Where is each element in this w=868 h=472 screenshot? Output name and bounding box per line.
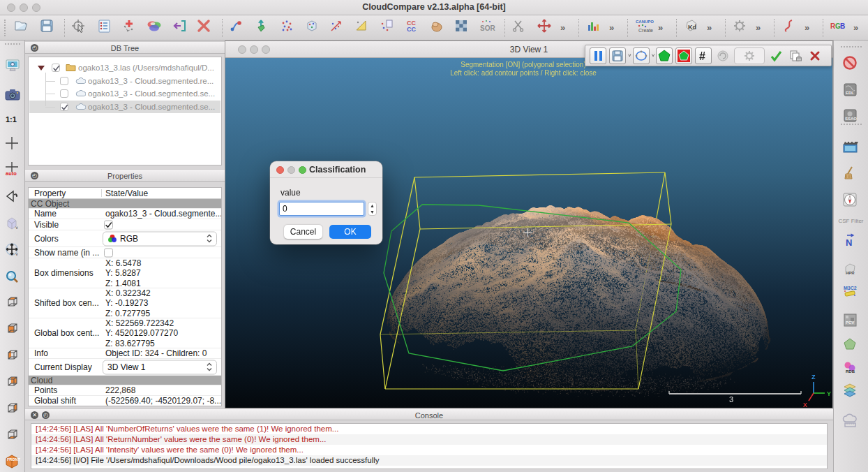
screenshot-camera-button[interactable] — [0, 82, 24, 106]
confirm-segmentation-button[interactable] — [768, 47, 784, 64]
segment-out-button[interactable] — [675, 47, 692, 64]
view-iso-front-button[interactable]: FRONT — [0, 450, 24, 472]
tree-item-checkbox[interactable] — [60, 77, 68, 85]
value-spinner[interactable]: ▲▼ — [368, 202, 377, 216]
zoom-1-1-button[interactable]: 1:1 — [0, 108, 24, 131]
m3c2-button[interactable]: M3C2 — [834, 281, 868, 304]
toolbar-more-chevron[interactable]: » — [608, 17, 624, 39]
canupo-create-button[interactable]: CANUPOCreate — [631, 17, 657, 39]
animation-button[interactable] — [834, 136, 868, 158]
view-left-button[interactable] — [0, 344, 24, 367]
save-segmentation-button[interactable] — [609, 47, 626, 64]
scissors-segment-button[interactable] — [509, 17, 534, 39]
cancel-button[interactable]: Cancel — [284, 225, 322, 239]
save-button[interactable] — [36, 17, 61, 39]
translate-rotate-button[interactable] — [534, 17, 559, 39]
value-input[interactable]: 0 — [279, 202, 364, 216]
pause-segmentation-button[interactable] — [590, 47, 606, 64]
mesh-sampling-button[interactable] — [301, 17, 327, 39]
render-to-file-button[interactable] — [0, 53, 24, 77]
rgb-filter-button[interactable]: RGB — [827, 17, 852, 39]
plugins-gear-button[interactable] — [729, 17, 754, 39]
dropdown-arrow-icon[interactable]: ˅ — [628, 52, 631, 59]
tree-item-checkbox[interactable] — [52, 64, 60, 72]
properties-list-button[interactable] — [93, 17, 119, 39]
toolbar-more-chevron[interactable]: » — [559, 17, 575, 39]
tree-item-checkbox[interactable] — [60, 103, 68, 111]
tree-item[interactable]: ogako13_3 - Cloud.segmented.se... — [29, 87, 220, 100]
facets-button[interactable] — [834, 334, 868, 356]
gravity-center-button[interactable] — [226, 17, 251, 39]
classification-dialog: Classification value 0 ▲▼ Cancel OK — [270, 161, 382, 244]
toolbar-more-chevron[interactable]: » — [852, 17, 868, 39]
cancel-segmentation-button[interactable] — [807, 47, 823, 64]
spline-tool-button[interactable] — [778, 17, 803, 39]
current-display-dropdown[interactable]: 3D View 1 — [103, 360, 217, 374]
interpolate-button[interactable] — [376, 17, 401, 39]
tree-item[interactable]: ogako13_3 - Cloud.segmented.re... — [29, 75, 220, 87]
property-checkbox[interactable] — [104, 248, 113, 257]
export-coords-button[interactable] — [169, 17, 194, 39]
undock-console-button[interactable]: ◴ — [42, 411, 50, 419]
tree-item[interactable]: ogako13_3.las (/Users/mdshafiqul/D... — [29, 61, 220, 74]
normals-n-button[interactable]: N — [834, 229, 868, 251]
clean-broom-button[interactable] — [834, 163, 868, 185]
merge-clouds-button[interactable] — [144, 17, 169, 39]
dialog-close-button[interactable] — [276, 166, 284, 174]
kd-tree-button[interactable]: Kd — [680, 17, 705, 39]
colors-dropdown[interactable]: RGB — [103, 231, 217, 246]
zoom-mode-button[interactable] — [0, 265, 24, 289]
hpr-button[interactable]: HPR — [834, 258, 868, 281]
close-console-button[interactable]: ✕ — [31, 411, 38, 419]
delete-button[interactable] — [193, 17, 218, 39]
volume-ruler-button[interactable] — [834, 411, 868, 433]
toolbar-more-chevron[interactable]: » — [803, 17, 819, 39]
undock-properties-button[interactable]: ◴ — [31, 172, 38, 179]
settings-disabled-button[interactable] — [734, 47, 765, 64]
view-bottom-button[interactable] — [0, 423, 24, 447]
open-file-button[interactable] — [11, 17, 36, 39]
toolbar-more-chevron[interactable]: » — [657, 17, 673, 39]
histogram-button[interactable] — [583, 17, 608, 39]
view-back-button[interactable] — [0, 370, 24, 394]
tree-item-checkbox[interactable] — [60, 89, 68, 98]
view-front-button[interactable] — [0, 317, 24, 341]
bubble-view-button[interactable]: ˅ — [0, 211, 24, 235]
octree-button[interactable] — [276, 17, 301, 39]
rotate-view-button[interactable] — [0, 184, 24, 208]
triangulate-button[interactable] — [351, 17, 376, 39]
rdb-button[interactable]: RDB — [834, 357, 868, 379]
view-right-button[interactable] — [0, 397, 24, 420]
toolbar-more-chevron[interactable]: » — [754, 17, 770, 39]
pick-point-button[interactable] — [68, 17, 93, 39]
cloud-layers-button[interactable] — [834, 379, 868, 401]
undock-db-tree-button[interactable]: ◴ — [31, 44, 38, 52]
compass-button[interactable] — [834, 189, 868, 212]
clay-tool-button[interactable] — [426, 17, 451, 39]
dialog-zoom-button[interactable] — [299, 166, 306, 174]
property-checkbox[interactable] — [104, 220, 113, 229]
add-segment-button[interactable] — [119, 17, 144, 39]
segment-in-button[interactable] — [656, 47, 673, 64]
dropdown-arrow-icon[interactable]: ˅ — [652, 52, 655, 59]
tree-expander[interactable] — [38, 66, 45, 71]
toolbar-more-chevron[interactable]: » — [705, 17, 721, 39]
compute-normals-button[interactable] — [251, 17, 276, 39]
confirm-and-delete-button[interactable] — [787, 47, 804, 64]
edl-shader-button[interactable]: EDL — [834, 79, 868, 101]
tree-item[interactable]: ogako13_3 - Cloud.segmented.se... — [29, 101, 220, 113]
pcv-button[interactable]: PCV — [834, 309, 868, 332]
pan-mode-button[interactable]: ˅ — [0, 237, 24, 261]
view-top-button[interactable] — [0, 290, 24, 314]
classify-hash-button[interactable]: # — [695, 47, 712, 64]
checkerboard-button[interactable] — [451, 17, 476, 39]
cloud-cloud-dist-button[interactable]: CCCC — [401, 17, 426, 39]
polygon-selection-button[interactable] — [633, 47, 650, 64]
pick-center-button[interactable] — [0, 131, 24, 155]
auto-pick-center-button[interactable]: auto — [0, 156, 24, 180]
razor-disabled-button[interactable] — [714, 47, 731, 64]
disable-plugin-button[interactable] — [834, 52, 868, 75]
ok-button[interactable]: OK — [329, 225, 371, 239]
sor-filter-button[interactable]: SOR — [476, 17, 501, 39]
subsample-button[interactable] — [326, 17, 351, 39]
